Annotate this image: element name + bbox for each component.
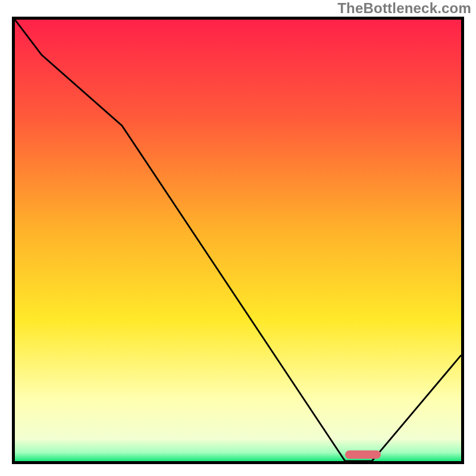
watermark-text: TheBottleneck.com <box>337 0 471 17</box>
plot-area <box>12 17 464 464</box>
optimum-marker <box>345 450 381 459</box>
bottleneck-chart: TheBottleneck.com <box>0 0 476 476</box>
bottleneck-curve <box>15 20 461 461</box>
